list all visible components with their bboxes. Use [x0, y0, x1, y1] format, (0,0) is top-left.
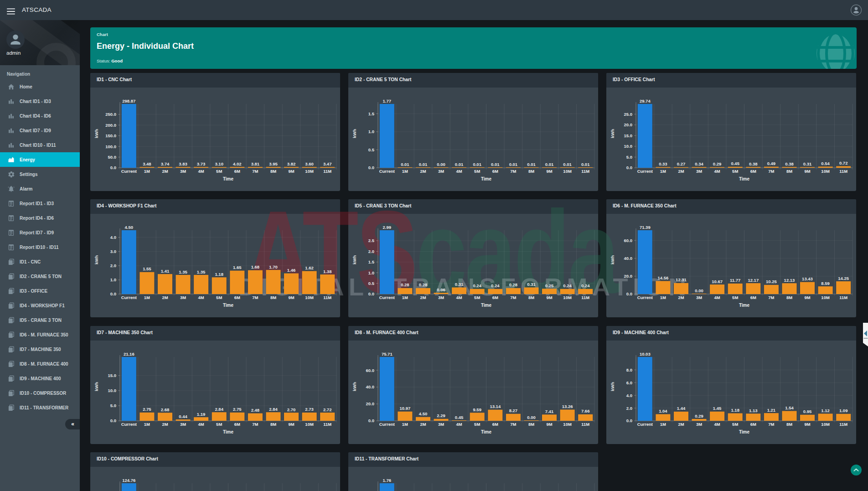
svg-text:3.95: 3.95	[269, 161, 278, 166]
svg-text:10.0: 10.0	[624, 144, 633, 149]
svg-text:1.0: 1.0	[110, 277, 116, 282]
svg-text:2.29: 2.29	[437, 413, 445, 418]
svg-text:2.73: 2.73	[305, 407, 314, 412]
svg-text:0.31: 0.31	[527, 282, 536, 287]
svg-text:7M: 7M	[510, 169, 516, 174]
svg-text:0.01: 0.01	[509, 162, 518, 167]
svg-text:12.13: 12.13	[784, 278, 795, 283]
svg-text:8M: 8M	[270, 169, 276, 174]
svg-text:60.0: 60.0	[624, 238, 633, 243]
svg-text:8M: 8M	[786, 169, 792, 174]
svg-text:2.68: 2.68	[161, 407, 170, 412]
svg-text:124.76: 124.76	[122, 478, 135, 483]
svg-text:10.67: 10.67	[712, 279, 723, 284]
svg-text:9M: 9M	[546, 295, 552, 300]
svg-text:40.0: 40.0	[624, 256, 633, 261]
svg-text:1.68: 1.68	[251, 264, 260, 269]
svg-text:15.0: 15.0	[108, 373, 117, 378]
svg-text:1M: 1M	[402, 422, 408, 427]
svg-text:Time: Time	[223, 303, 234, 308]
svg-text:0.38: 0.38	[749, 161, 758, 166]
svg-text:4.0: 4.0	[110, 235, 116, 240]
svg-text:2.84: 2.84	[215, 407, 223, 412]
svg-text:10M: 10M	[821, 422, 830, 427]
svg-text:Current: Current	[637, 295, 653, 300]
svg-text:4M: 4M	[198, 169, 204, 174]
svg-text:9M: 9M	[804, 422, 810, 427]
svg-text:3.74: 3.74	[161, 161, 170, 166]
svg-text:1.5: 1.5	[368, 111, 375, 116]
svg-text:10M: 10M	[821, 295, 830, 300]
svg-text:0.0: 0.0	[626, 291, 632, 296]
svg-text:0.0: 0.0	[110, 165, 116, 170]
svg-text:14.25: 14.25	[838, 276, 849, 281]
svg-text:1.54: 1.54	[785, 405, 794, 410]
svg-text:10.97: 10.97	[400, 406, 411, 411]
svg-text:0.44: 0.44	[179, 414, 187, 419]
svg-text:0.5: 0.5	[368, 147, 375, 152]
svg-text:Time: Time	[739, 303, 750, 308]
svg-text:5M: 5M	[732, 169, 738, 174]
svg-text:60.0: 60.0	[366, 368, 375, 373]
svg-text:3M: 3M	[696, 169, 702, 174]
svg-text:2.0: 2.0	[626, 406, 632, 411]
svg-text:13.26: 13.26	[562, 404, 573, 409]
svg-text:1.04: 1.04	[659, 408, 667, 413]
svg-text:10M: 10M	[821, 169, 830, 174]
svg-text:0.01: 0.01	[473, 162, 481, 167]
svg-text:25.0: 25.0	[624, 112, 633, 117]
svg-text:3.60: 3.60	[305, 161, 314, 166]
svg-text:2M: 2M	[420, 169, 426, 174]
svg-text:0.29: 0.29	[713, 161, 722, 166]
svg-text:3M: 3M	[438, 295, 444, 300]
svg-text:298.87: 298.87	[122, 98, 135, 103]
svg-text:100.0: 100.0	[105, 144, 116, 149]
svg-text:Time: Time	[481, 176, 492, 181]
svg-text:5M: 5M	[216, 169, 222, 174]
svg-text:Current: Current	[121, 295, 137, 300]
svg-text:7M: 7M	[510, 295, 516, 300]
svg-text:Current: Current	[379, 169, 395, 174]
svg-text:6M: 6M	[750, 295, 756, 300]
svg-text:1.62: 1.62	[305, 265, 314, 270]
svg-text:10M: 10M	[563, 169, 572, 174]
svg-text:1.38: 1.38	[323, 269, 332, 274]
svg-text:7M: 7M	[768, 169, 774, 174]
svg-text:2.0: 2.0	[368, 249, 374, 254]
svg-text:1.21: 1.21	[767, 408, 776, 413]
svg-text:8M: 8M	[786, 295, 792, 300]
svg-text:Time: Time	[481, 303, 492, 308]
svg-text:6M: 6M	[750, 169, 756, 174]
svg-text:4M: 4M	[714, 295, 720, 300]
svg-text:1M: 1M	[402, 169, 408, 174]
svg-text:5M: 5M	[216, 295, 222, 300]
svg-text:40.0: 40.0	[366, 384, 375, 389]
svg-text:kWh: kWh	[610, 129, 615, 138]
svg-text:0.33: 0.33	[659, 161, 667, 166]
svg-text:4M: 4M	[456, 169, 462, 174]
svg-text:2M: 2M	[678, 295, 684, 300]
svg-text:3M: 3M	[180, 295, 186, 300]
svg-text:1.41: 1.41	[161, 269, 170, 274]
svg-text:Time: Time	[223, 176, 234, 181]
svg-text:7M: 7M	[510, 422, 516, 427]
svg-text:1.35: 1.35	[197, 269, 206, 274]
svg-text:1M: 1M	[402, 295, 408, 300]
svg-text:Current: Current	[637, 169, 653, 174]
svg-text:0.49: 0.49	[767, 161, 776, 166]
svg-text:3.82: 3.82	[287, 161, 296, 166]
svg-text:5M: 5M	[216, 422, 222, 427]
svg-text:0.01: 0.01	[545, 162, 554, 167]
svg-text:1.0: 1.0	[368, 270, 374, 275]
svg-text:1M: 1M	[144, 169, 150, 174]
svg-text:5M: 5M	[732, 422, 738, 427]
svg-text:1M: 1M	[660, 422, 666, 427]
svg-text:0.45: 0.45	[455, 415, 464, 420]
svg-text:7M: 7M	[252, 295, 258, 300]
svg-text:13.14: 13.14	[490, 404, 501, 409]
svg-text:50.0: 50.0	[108, 155, 117, 160]
svg-text:11M: 11M	[839, 295, 847, 300]
svg-text:0.01: 0.01	[455, 162, 464, 167]
svg-text:Time: Time	[223, 429, 234, 434]
svg-text:6M: 6M	[234, 422, 240, 427]
